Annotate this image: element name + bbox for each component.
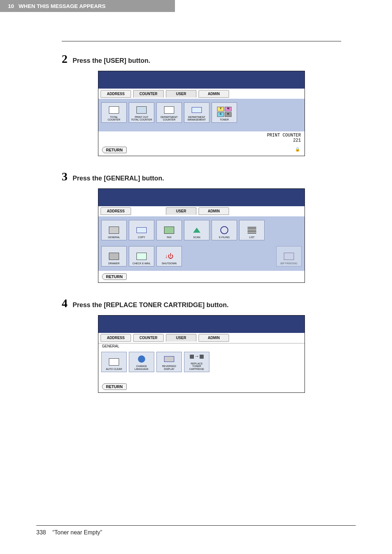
auto-clear-button[interactable]: AUTO CLEAR (101, 352, 127, 372)
tab-admin[interactable]: ADMIN (199, 90, 229, 98)
print-out-button[interactable]: PRINT OUT TOTAL COUNTER (129, 102, 154, 123)
tab-user[interactable]: USER (166, 207, 196, 215)
chapter-title: WHEN THIS MESSAGE APPEARS (19, 3, 105, 9)
screenshot-replace-toner: ADDRESS COUNTER USER ADMIN GENERAL AUTO … (98, 315, 305, 393)
step-text: Press the [USER] button. (73, 57, 150, 65)
department-counter-button[interactable]: DEPARTMENT COUNTER (156, 102, 182, 123)
tab-admin[interactable]: ADMIN (199, 334, 229, 342)
reversed-display-button[interactable]: REVERSED DISPLAY (156, 352, 182, 372)
footer-row: RETURN (98, 271, 305, 282)
step-4: 4 Press the [REPLACE TONER CARTRIDGE] bu… (62, 297, 341, 310)
globe-icon (136, 355, 147, 363)
tab-row: ADDRESS COUNTER USER ADMIN (98, 206, 305, 216)
title-bar (98, 71, 305, 89)
auto-clear-icon (108, 358, 120, 366)
fax-icon (163, 226, 175, 235)
bip-printing-button: BIP PRINTING (276, 246, 302, 266)
footer-row: RETURN (98, 381, 305, 392)
efiling-button[interactable]: E-FILING (212, 220, 237, 240)
toner-icon: Y M C K (217, 107, 232, 117)
drawer-button[interactable]: DRAWER (101, 246, 127, 266)
tab-user[interactable]: USER (166, 334, 196, 342)
tab-row: ADDRESS COUNTER USER ADMIN (98, 333, 305, 343)
return-button[interactable]: RETURN (102, 383, 127, 390)
panel-body: TOTAL COUNTER PRINT OUT TOTAL COUNTER DE… (98, 99, 305, 131)
step-text: Press the [GENERAL] button. (73, 175, 164, 182)
chapter-number: 10 (8, 3, 14, 9)
general-button[interactable]: GENERAL (101, 220, 127, 240)
scan-icon (191, 226, 203, 235)
return-button[interactable]: RETURN (102, 147, 127, 153)
sub-heading: GENERAL (98, 343, 305, 348)
replace-toner-cartridge-button[interactable]: ▦→▦ REPLACE TONER CARTRIDGE (184, 352, 209, 372)
reversed-display-icon (163, 355, 175, 363)
replace-toner-icon: ▦→▦ (191, 352, 203, 361)
change-language-button[interactable]: CHANGE LANGUAGE (129, 352, 154, 372)
copy-button[interactable]: COPY (129, 220, 154, 240)
tab-admin[interactable]: ADMIN (199, 207, 229, 215)
panel-body: GENERAL COPY FAX SCAN E-FILING (98, 216, 305, 271)
department-management-button[interactable]: DEPARTMENT MANAGEMENT (184, 102, 209, 123)
copy-icon (136, 226, 147, 235)
efiling-icon (219, 226, 230, 235)
total-counter-button[interactable]: TOTAL COUNTER (101, 102, 127, 123)
list-icon (246, 226, 258, 235)
panel-body: AUTO CLEAR CHANGE LANGUAGE REVERSED DISP… (98, 348, 305, 381)
page-footer: 338 “Toner near Empty” (36, 525, 356, 536)
tab-counter[interactable]: COUNTER (133, 334, 164, 342)
title-bar (98, 189, 305, 206)
divider (62, 41, 341, 41)
page-footer-title: “Toner near Empty” (52, 529, 102, 535)
step-2: 2 Press the [USER] button. (62, 52, 341, 66)
check-email-button[interactable]: CHECK E-MAIL (129, 246, 154, 266)
check-email-icon (136, 252, 147, 261)
dept-counter-icon (163, 106, 175, 114)
step-3: 3 Press the [GENERAL] button. (62, 170, 341, 183)
toner-button[interactable]: Y M C K TONER (212, 102, 237, 123)
chapter-tab: 10 WHEN THIS MESSAGE APPEARS (0, 0, 175, 12)
title-bar (98, 315, 305, 333)
footer-row: RETURN 🔒 (98, 144, 305, 156)
printer-icon (136, 106, 147, 114)
tab-counter[interactable]: COUNTER (133, 90, 164, 98)
return-button[interactable]: RETURN (102, 273, 127, 280)
step-number: 4 (62, 297, 68, 310)
shutdown-button[interactable]: ↓⏻ SHUTDOWN (156, 246, 182, 266)
bip-icon (283, 252, 295, 261)
scan-button[interactable]: SCAN (184, 220, 209, 240)
tab-address[interactable]: ADDRESS (101, 334, 131, 342)
step-number: 3 (62, 170, 68, 183)
step-text: Press the [REPLACE TONER CARTRIDGE] butt… (73, 301, 229, 309)
tab-row: ADDRESS COUNTER USER ADMIN (98, 89, 305, 99)
list-button[interactable]: LIST (239, 220, 265, 240)
print-counter-readout: PRINT COUNTER 221 (98, 131, 305, 144)
dept-mgmt-icon (191, 106, 203, 114)
step-number: 2 (62, 52, 68, 66)
screenshot-general: ADDRESS COUNTER USER ADMIN GENERAL COPY … (98, 188, 305, 283)
general-icon (108, 226, 120, 235)
tab-address[interactable]: ADDRESS (101, 90, 131, 98)
fax-button[interactable]: FAX (156, 220, 182, 240)
screenshot-user: ADDRESS COUNTER USER ADMIN TOTAL COUNTER… (98, 71, 305, 156)
page-number: 338 (36, 529, 46, 535)
counter-icon (108, 106, 120, 114)
tab-user[interactable]: USER (166, 90, 196, 98)
shutdown-icon: ↓⏻ (163, 252, 175, 261)
drawer-icon (108, 252, 120, 261)
tab-address[interactable]: ADDRESS (101, 207, 131, 215)
lock-icon: 🔒 (295, 147, 301, 153)
